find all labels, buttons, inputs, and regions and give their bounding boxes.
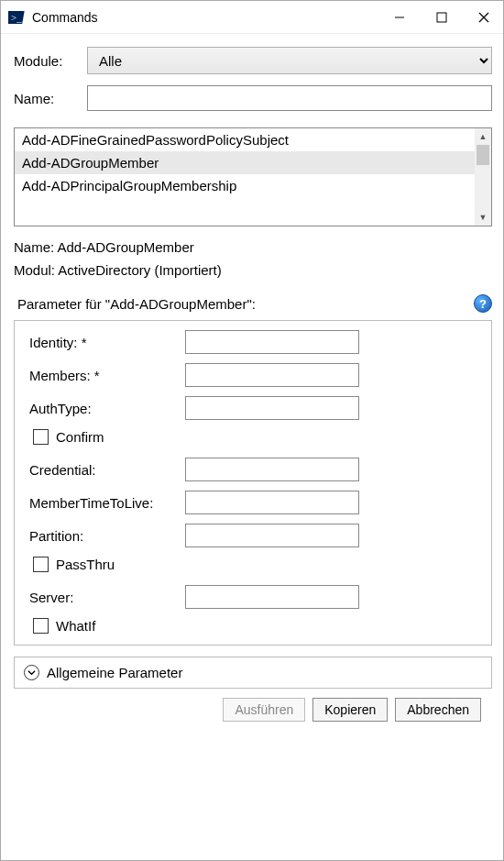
close-button[interactable]: [463, 1, 504, 34]
name-input[interactable]: [87, 85, 492, 111]
param-label-members: Members: *: [29, 368, 185, 383]
parameters-group: Identity: * Members: * AuthType: Confirm…: [14, 320, 492, 646]
param-label-authtype: AuthType:: [29, 401, 185, 416]
scroll-up-icon[interactable]: ▲: [475, 128, 491, 145]
param-checkbox-confirm[interactable]: [33, 429, 49, 445]
param-label-memberttl: MemberTimeToLive:: [29, 495, 185, 511]
common-parameters-label: Allgemeine Parameter: [47, 665, 182, 680]
titlebar: >_ Commands: [1, 1, 504, 34]
command-listbox[interactable]: Add-ADFineGrainedPasswordPolicySubject A…: [14, 127, 492, 226]
param-label-whatif: WhatIf: [56, 618, 95, 634]
help-icon[interactable]: ?: [474, 294, 492, 313]
param-input-credential[interactable]: [185, 458, 359, 481]
selected-module: Modul: ActiveDirectory (Importiert): [14, 262, 492, 278]
param-input-server[interactable]: [185, 585, 359, 609]
parameters-header: Parameter für "Add-ADGroupMember":: [17, 296, 474, 312]
run-button[interactable]: Ausführen: [223, 698, 305, 722]
selected-name: Name: Add-ADGroupMember: [14, 239, 492, 255]
list-item[interactable]: Add-ADPrincipalGroupMembership: [15, 174, 475, 197]
param-label-identity: Identity: *: [29, 335, 185, 350]
scroll-down-icon[interactable]: ▼: [475, 209, 491, 226]
common-parameters-expander[interactable]: Allgemeine Parameter: [14, 657, 492, 689]
name-label: Name:: [14, 91, 87, 106]
param-input-memberttl[interactable]: [185, 491, 359, 514]
param-checkbox-whatif[interactable]: [33, 618, 49, 634]
param-label-server: Server:: [29, 590, 185, 605]
maximize-button[interactable]: [421, 1, 463, 34]
scrollbar[interactable]: ▲ ▼: [475, 128, 491, 226]
list-item[interactable]: Add-ADFineGrainedPasswordPolicySubject: [15, 128, 475, 151]
param-input-identity[interactable]: [185, 330, 359, 354]
window-title: Commands: [32, 10, 98, 25]
scroll-thumb[interactable]: [477, 145, 489, 165]
param-input-authtype[interactable]: [185, 396, 359, 420]
copy-button[interactable]: Kopieren: [312, 698, 388, 722]
param-input-partition[interactable]: [185, 524, 359, 547]
minimize-button[interactable]: [378, 1, 421, 34]
svg-rect-3: [437, 13, 446, 22]
chevron-down-icon: [24, 665, 39, 680]
cancel-button[interactable]: Abbrechen: [395, 698, 481, 722]
param-label-passthru: PassThru: [56, 557, 115, 572]
module-label: Module:: [14, 53, 87, 69]
param-label-credential: Credential:: [29, 462, 185, 478]
param-checkbox-passthru[interactable]: [33, 557, 49, 572]
param-label-confirm: Confirm: [56, 429, 104, 445]
module-select[interactable]: Alle: [87, 47, 492, 74]
list-item[interactable]: Add-ADGroupMember: [15, 151, 475, 174]
param-input-members[interactable]: [185, 363, 359, 387]
svg-text:>_: >_: [11, 12, 22, 23]
powershell-icon: >_: [8, 9, 25, 26]
param-label-partition: Partition:: [29, 528, 185, 544]
button-bar: Ausführen Kopieren Abbrechen: [14, 689, 492, 731]
